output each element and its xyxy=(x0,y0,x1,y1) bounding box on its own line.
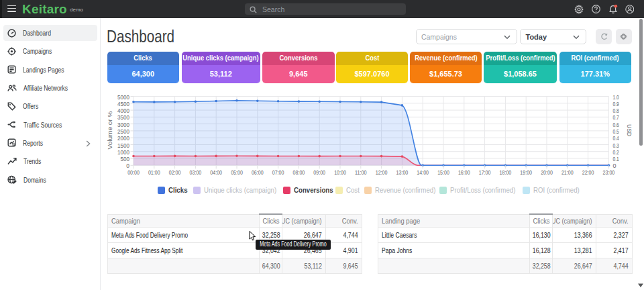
svg-text:1500: 1500 xyxy=(117,142,129,149)
svg-text:19:00: 19:00 xyxy=(520,169,532,176)
svg-text:0.2: 0.2 xyxy=(613,149,619,156)
svg-text:04:00: 04:00 xyxy=(210,169,222,176)
svg-text:22:00: 22:00 xyxy=(582,169,594,176)
svg-text:5000: 5000 xyxy=(117,94,129,101)
svg-text:05:00: 05:00 xyxy=(231,169,243,176)
svg-text:500: 500 xyxy=(120,156,129,162)
svg-text:20:00: 20:00 xyxy=(541,169,553,176)
svg-text:0.4: 0.4 xyxy=(613,135,619,142)
svg-text:09:00: 09:00 xyxy=(313,169,325,176)
svg-text:00:00: 00:00 xyxy=(127,169,140,176)
svg-text:0.7: 0.7 xyxy=(613,114,619,121)
svg-text:23:00: 23:00 xyxy=(603,169,615,176)
svg-text:14:00: 14:00 xyxy=(417,169,429,176)
svg-text:Volume or %: Volume or % xyxy=(107,111,113,150)
svg-text:18:00: 18:00 xyxy=(500,169,512,176)
svg-text:21:00: 21:00 xyxy=(561,169,574,176)
svg-text:1.0: 1.0 xyxy=(613,94,619,101)
svg-text:10:00: 10:00 xyxy=(334,169,346,176)
svg-text:17:00: 17:00 xyxy=(479,169,491,176)
svg-text:01:00: 01:00 xyxy=(148,169,160,176)
svg-text:4000: 4000 xyxy=(117,107,129,114)
svg-text:13:00: 13:00 xyxy=(396,169,409,176)
svg-text:15:00: 15:00 xyxy=(437,169,449,176)
svg-text:03:00: 03:00 xyxy=(190,169,202,176)
svg-text:08:00: 08:00 xyxy=(293,169,305,176)
svg-text:0.9: 0.9 xyxy=(613,101,619,107)
svg-text:0.3: 0.3 xyxy=(613,142,619,149)
svg-text:4500: 4500 xyxy=(117,101,129,107)
svg-text:2000: 2000 xyxy=(117,135,129,142)
svg-text:USD: USD xyxy=(626,124,633,136)
svg-text:3500: 3500 xyxy=(117,114,129,121)
svg-text:3000: 3000 xyxy=(117,122,129,128)
svg-text:2500: 2500 xyxy=(117,128,129,135)
svg-text:06:00: 06:00 xyxy=(252,169,264,176)
svg-text:0.6: 0.6 xyxy=(613,122,619,128)
svg-text:12:00: 12:00 xyxy=(376,169,388,176)
svg-text:0.5: 0.5 xyxy=(613,128,619,135)
svg-text:1000: 1000 xyxy=(117,149,129,156)
svg-text:0.8: 0.8 xyxy=(613,107,619,114)
svg-text:07:00: 07:00 xyxy=(272,169,284,176)
svg-text:11:00: 11:00 xyxy=(355,169,367,176)
svg-text:16:00: 16:00 xyxy=(458,169,470,176)
svg-text:02:00: 02:00 xyxy=(169,169,181,176)
svg-text:0.1: 0.1 xyxy=(613,156,619,162)
